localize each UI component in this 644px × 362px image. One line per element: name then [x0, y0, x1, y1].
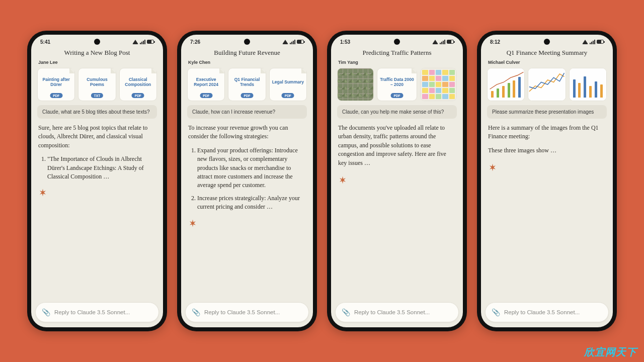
status-time: 8:12 — [490, 39, 500, 45]
attachment-label: Painting after Dürer — [40, 77, 72, 87]
attachment-image[interactable] — [420, 68, 457, 101]
battery-icon — [297, 40, 304, 44]
filetype-badge: PDF — [200, 93, 212, 98]
dog-ear-icon — [69, 68, 74, 73]
spark-icon — [338, 175, 347, 185]
reply-paragraph: Sure, here are 5 blog post topics that r… — [38, 124, 156, 150]
filetype-badge: PDF — [282, 93, 294, 98]
reply-list: "The Importance of Clouds in Albrecht Dü… — [38, 155, 156, 181]
reply-paragraph: These three images show … — [488, 146, 606, 155]
input-placeholder: Reply to Claude 3.5 Sonnet... — [504, 309, 580, 315]
status-time: 7:26 — [190, 39, 200, 45]
assistant-reply: Sure, here are 5 blog post topics that r… — [31, 124, 163, 302]
user-name: Tim Yang — [331, 60, 463, 68]
attachment-label: Traffic Data 2000 – 2020 — [379, 77, 415, 87]
attach-icon[interactable]: 📎 — [42, 308, 50, 317]
battery-icon — [447, 40, 454, 44]
camera-cutout — [544, 39, 550, 45]
attach-icon[interactable]: 📎 — [492, 308, 500, 317]
signal-icon — [590, 40, 595, 44]
spark-icon — [38, 188, 47, 197]
reply-paragraph: Here is a summary of the images from the… — [488, 124, 606, 141]
attachment-card[interactable]: Classical Composition PDF — [119, 68, 157, 101]
attachments-row: Traffic Data 2000 – 2020 PDF — [331, 68, 463, 105]
assistant-reply: To increase your revenue growth you can … — [181, 124, 313, 302]
wifi-icon — [282, 40, 288, 44]
list-item: "The Importance of Clouds in Albrecht Dü… — [47, 155, 156, 181]
chart-thumb — [528, 68, 565, 101]
status-indicators — [582, 40, 604, 44]
attachment-label: Legal Summary — [272, 79, 304, 84]
battery-icon — [597, 40, 604, 44]
list-item: Expand your product offerings: Introduce… — [197, 146, 306, 190]
attachment-card[interactable]: Traffic Data 2000 – 2020 PDF — [377, 68, 418, 101]
attachments-row: Executive Report 2024 PDF Q1 Financial T… — [181, 68, 313, 105]
wifi-icon — [432, 40, 438, 44]
reply-input[interactable]: 📎 Reply to Claude 3.5 Sonnet... — [485, 302, 609, 322]
attachment-card[interactable]: Legal Summary PDF — [269, 68, 307, 101]
reply-input[interactable]: 📎 Reply to Claude 3.5 Sonnet... — [185, 302, 309, 322]
attachment-image[interactable] — [337, 68, 374, 101]
dog-ear-icon — [219, 68, 224, 73]
chart-thumb — [488, 68, 524, 101]
page-title: Q1 Finance Meeting Summary — [481, 47, 613, 60]
screen: 7:26 Building Future Revenue Kyle Chen E… — [181, 35, 313, 327]
signal-icon — [290, 40, 295, 44]
attachment-card[interactable]: Q1 Financial Trends PDF — [228, 68, 266, 101]
attachment-image[interactable] — [487, 68, 525, 101]
reply-paragraph: To increase your revenue growth you can … — [188, 124, 306, 141]
spark-icon — [188, 219, 197, 228]
attachments-row — [481, 68, 613, 105]
page-title: Writing a New Blog Post — [31, 47, 163, 60]
signal-icon — [440, 40, 445, 44]
user-name: Michael Culver — [481, 60, 613, 68]
status-indicators — [282, 40, 304, 44]
chart-thumb — [570, 68, 606, 101]
attachments-row: Painting after Dürer PDF Cumulous Poems … — [31, 68, 163, 105]
camera-cutout — [394, 39, 400, 45]
camera-cutout — [244, 39, 250, 45]
dog-ear-icon — [151, 68, 156, 73]
attachment-label: Classical Composition — [122, 77, 154, 87]
dog-ear-icon — [261, 68, 266, 73]
assistant-reply: Here is a summary of the images from the… — [481, 124, 613, 302]
reply-input[interactable]: 📎 Reply to Claude 3.5 Sonnet... — [335, 302, 459, 322]
attachment-card[interactable]: Painting after Dürer PDF — [37, 68, 75, 101]
wifi-icon — [582, 40, 588, 44]
signal-icon — [140, 40, 145, 44]
attach-icon[interactable]: 📎 — [342, 308, 350, 317]
page-title: Predicting Traffic Patterns — [331, 47, 463, 60]
assistant-reply: The documents you've uploaded all relate… — [331, 124, 463, 302]
page-title: Building Future Revenue — [181, 47, 313, 60]
phone-2: 7:26 Building Future Revenue Kyle Chen E… — [177, 31, 317, 331]
user-name: Jane Lee — [31, 60, 163, 68]
user-prompt: Claude, what are 5 blog titles about the… — [37, 105, 157, 119]
attachment-card[interactable]: Cumulous Poems TXT — [78, 68, 116, 101]
filetype-badge: PDF — [391, 93, 404, 98]
status-indicators — [132, 40, 154, 44]
camera-cutout — [94, 39, 100, 45]
reply-paragraph: The documents you've uploaded all relate… — [338, 124, 456, 167]
status-indicators — [432, 40, 454, 44]
attachment-label: Executive Report 2024 — [190, 77, 222, 87]
user-prompt: Please summarize these presentation imag… — [487, 105, 607, 119]
reply-list: Expand your product offerings: Introduce… — [188, 146, 306, 212]
dog-ear-icon — [301, 68, 306, 73]
filetype-badge: PDF — [240, 93, 253, 98]
input-placeholder: Reply to Claude 3.5 Sonnet... — [354, 309, 430, 315]
attach-icon[interactable]: 📎 — [192, 308, 200, 317]
attachment-label: Cumulous Poems — [80, 77, 113, 87]
filetype-badge: TXT — [91, 93, 103, 98]
attachment-image[interactable] — [528, 68, 566, 101]
filetype-badge: PDF — [132, 93, 144, 98]
attachment-label: Q1 Financial Trends — [230, 77, 263, 87]
attachment-card[interactable]: Executive Report 2024 PDF — [187, 68, 225, 101]
reply-input[interactable]: 📎 Reply to Claude 3.5 Sonnet... — [35, 302, 159, 322]
input-placeholder: Reply to Claude 3.5 Sonnet... — [204, 309, 280, 315]
aerial-photo-thumb — [338, 68, 373, 101]
attachment-image[interactable] — [569, 68, 607, 101]
input-placeholder: Reply to Claude 3.5 Sonnet... — [54, 309, 130, 315]
user-name: Kyle Chen — [181, 60, 313, 68]
user-prompt: Claude, how can I increase revenue? — [187, 105, 307, 119]
screen: 8:12 Q1 Finance Meeting Summary Michael … — [481, 35, 613, 327]
